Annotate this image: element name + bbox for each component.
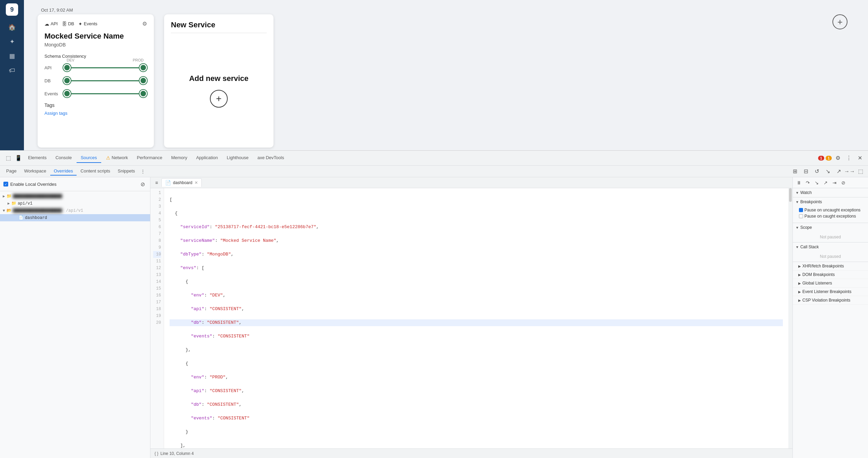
subtab-page[interactable]: Page: [3, 167, 20, 176]
scope-section-header[interactable]: ▼ Scope: [793, 223, 868, 232]
dom-breakpoints-item[interactable]: ▶ DOM Breakpoints: [793, 270, 868, 279]
continue-button[interactable]: →→: [845, 167, 854, 176]
code-content[interactable]: [ { "serviceId": "25138717-fecf-4421-bc1…: [164, 188, 788, 448]
card-tab-events[interactable]: ✦ Events: [78, 21, 97, 27]
sidebar-item-tools[interactable]: ✦: [6, 36, 18, 48]
line-numbers: 12345 678910 1112131415 1617181920: [150, 188, 164, 448]
db-row-label: DB: [44, 78, 63, 83]
file-tab-close-button[interactable]: ✕: [195, 180, 198, 185]
code-file-tab-dashboard[interactable]: 📄 dashboard ✕: [161, 178, 202, 187]
xhr-breakpoints-item[interactable]: ▶ XHR/fetch Breakpoints: [793, 262, 868, 270]
events-row-label: Events: [44, 91, 63, 96]
pause-caught-checkbox[interactable]: [799, 214, 803, 218]
sidebar-item-dashboard[interactable]: ▦: [6, 50, 18, 62]
dom-label: DOM Breakpoints: [802, 272, 835, 277]
scroll-thumb: [789, 188, 792, 202]
event-label: Event Listener Breakpoints: [802, 289, 851, 294]
xhr-label: XHR/fetch Breakpoints: [802, 264, 844, 268]
tab-application[interactable]: Application: [192, 153, 222, 163]
subtab-overrides[interactable]: Overrides: [50, 167, 76, 176]
call-stack-label: Call Stack: [800, 245, 819, 249]
csp-arrow-icon: ▶: [798, 299, 801, 302]
pause-uncaught-label: Pause on uncaught exceptions: [804, 208, 860, 212]
error-badge: 1: [818, 156, 824, 161]
new-service-card: New Service Add new service +: [164, 14, 273, 148]
file-tree-api-v1[interactable]: ▶ 📁 api/v1: [0, 200, 150, 207]
deactivate-button[interactable]: ⬚: [856, 167, 865, 176]
app-logo[interactable]: 9: [6, 3, 18, 16]
sidebar-item-home[interactable]: 🏠: [6, 21, 18, 33]
cloud-icon: ☁: [44, 21, 49, 27]
tab-sources[interactable]: Sources: [77, 153, 101, 163]
step-out-button[interactable]: ↗: [834, 167, 843, 176]
assign-tags-link[interactable]: Assign tags: [44, 111, 67, 116]
api-v1-label: api/v1: [18, 201, 32, 206]
schema-row-api: API DEV PROD →: [44, 64, 147, 72]
tab-lighthouse[interactable]: Lighthouse: [223, 153, 253, 163]
scope-arrow-icon: ▼: [796, 226, 799, 230]
schema-row-events: Events →: [44, 89, 147, 98]
subtab-snippets[interactable]: Snippets: [114, 167, 138, 176]
devtools-inspect-button[interactable]: ⬚: [3, 153, 13, 163]
split-view-button[interactable]: ⊞: [790, 167, 800, 176]
step-out-btn[interactable]: ↗: [822, 179, 830, 187]
subtab-content-scripts[interactable]: Content scripts: [77, 167, 114, 176]
continue-btn[interactable]: ⇥: [830, 179, 839, 187]
devtools-close-button[interactable]: ✕: [855, 153, 865, 163]
card-tab-api[interactable]: ☁ API: [44, 21, 58, 27]
tab-axe[interactable]: axe DevTools: [253, 153, 288, 163]
tab-performance[interactable]: Performance: [133, 153, 166, 163]
card-settings-button[interactable]: ⚙: [142, 20, 147, 27]
enable-overrides-checkbox[interactable]: ✓: [3, 182, 8, 186]
tab-memory[interactable]: Memory: [167, 153, 191, 163]
file-tree-root1[interactable]: ▶ 📁 ████████████████████: [0, 193, 150, 200]
file-tree-dashboard[interactable]: 📄 dashboard: [0, 214, 150, 221]
xhr-arrow-icon: ▶: [798, 264, 801, 268]
devtools-body: ✓ Enable Local Overrides ⊘ ▶ 📁 █████████…: [0, 177, 868, 458]
devtools-more-button[interactable]: ⋮: [844, 153, 854, 163]
csp-breakpoints-item[interactable]: ▶ CSP Violation Breakpoints: [793, 296, 868, 305]
call-stack-not-paused: Not paused: [793, 251, 868, 262]
grid-view-button[interactable]: ⊟: [801, 167, 811, 176]
scope-section: ▼ Scope Not paused: [793, 223, 868, 242]
step-button[interactable]: ↘: [823, 167, 832, 176]
root1-label: ████████████████████: [13, 194, 62, 199]
pause-resume-button[interactable]: ⏸: [795, 179, 803, 187]
step-over-btn[interactable]: ↷: [804, 179, 812, 187]
devtools-device-button[interactable]: 📱: [14, 153, 23, 163]
db-dev-dot: [63, 77, 71, 84]
step-over-button[interactable]: ↺: [812, 167, 822, 176]
code-editor[interactable]: 12345 678910 1112131415 1617181920 [ { "…: [150, 188, 792, 448]
tab-elements[interactable]: Elements: [24, 153, 51, 163]
event-breakpoints-item[interactable]: ▶ Event Listener Breakpoints: [793, 288, 868, 296]
events-icon: ✦: [78, 21, 82, 27]
global-listeners-item[interactable]: ▶ Global Listeners: [793, 279, 868, 288]
tab-left-btn[interactable]: ≡: [152, 178, 161, 188]
subtab-more-button[interactable]: ⋮: [141, 169, 145, 174]
breakpoints-section-header[interactable]: ▼ Breakpoints: [793, 197, 868, 206]
step-into-btn[interactable]: ↘: [813, 179, 821, 187]
subtab-workspace[interactable]: Workspace: [21, 167, 50, 176]
code-scrollbar[interactable]: [788, 188, 792, 448]
add-service-circle-button[interactable]: +: [210, 90, 228, 108]
tab-console[interactable]: Console: [51, 153, 76, 163]
card-tab-db[interactable]: 🗄 DB: [62, 21, 74, 27]
watch-section-header[interactable]: ▼ Watch: [793, 188, 868, 197]
statusbar-brackets-icon: { }: [155, 451, 158, 456]
schema-row-db: DB →: [44, 77, 147, 85]
pause-uncaught-checkbox[interactable]: [799, 208, 803, 212]
watch-arrow-icon: ▼: [796, 191, 799, 195]
left-sidebar: 9 🏠 ✦ ▦ 🏷: [0, 0, 24, 150]
watch-label: Watch: [800, 190, 812, 195]
events-line-container: →: [63, 89, 147, 98]
call-stack-section-header[interactable]: ▼ Call Stack: [793, 242, 868, 251]
devtools-settings-button[interactable]: ⚙: [833, 153, 843, 163]
deactivate-bps-btn[interactable]: ⊘: [839, 179, 847, 187]
folder-icon: 📁: [6, 194, 12, 199]
tab-network[interactable]: ⚠ Network: [102, 153, 132, 163]
file-tree-root2[interactable]: ▼ 📂 ████████████████████ /api/v1: [0, 207, 150, 214]
dom-arrow-icon: ▶: [798, 273, 801, 277]
sidebar-item-tags[interactable]: 🏷: [6, 64, 18, 77]
clear-overrides-button[interactable]: ⊘: [138, 180, 147, 188]
add-service-top-button[interactable]: +: [832, 14, 847, 29]
